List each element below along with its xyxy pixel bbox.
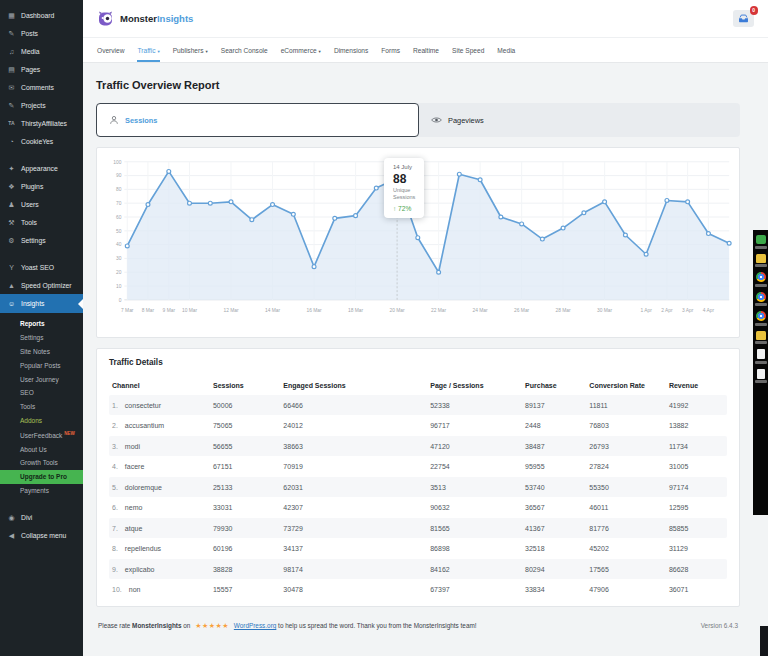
- sidebar-subitem-site-notes[interactable]: Site Notes: [0, 345, 83, 359]
- value-cell: 27824: [589, 463, 669, 470]
- plugins-icon: ❖: [7, 183, 16, 190]
- dashboard-icon: ▦: [7, 12, 16, 19]
- svg-text:10 Mar: 10 Mar: [182, 308, 198, 313]
- comments-icon: ✉: [7, 84, 16, 91]
- sidebar-subitem-about-us[interactable]: About Us: [0, 442, 83, 456]
- column-header-revenue: Revenue: [669, 382, 724, 389]
- sidebar-item-projects[interactable]: ✎Projects: [0, 96, 83, 114]
- table-row: 10.non155573047867397338344790636071: [109, 579, 727, 600]
- sidebar-item-plugins[interactable]: ❖Plugins: [0, 177, 83, 195]
- sidebar-subitem-settings[interactable]: Settings: [0, 331, 83, 345]
- rate-us-text: Please rate MonsterInsights on ★★★★★ Wor…: [98, 622, 477, 630]
- sidebar-subitem-tools[interactable]: Tools: [0, 400, 83, 414]
- desktop-icon-label: [755, 284, 767, 287]
- sidebar-item-yoast-seo[interactable]: YYoast SEO: [0, 258, 83, 276]
- person-icon: [109, 115, 119, 125]
- table-row: 2.accusantium750652401296717244876803138…: [109, 415, 727, 436]
- desktop-icon-chrome[interactable]: [755, 272, 767, 287]
- sidebar-item-tools[interactable]: ⚒Tools: [0, 213, 83, 231]
- desktop-icon-app[interactable]: [755, 235, 767, 249]
- desktop-icon-chrome[interactable]: [755, 292, 767, 307]
- sidebar-subitem-addons[interactable]: Addons: [0, 413, 83, 427]
- tab-forms[interactable]: Forms: [381, 38, 400, 62]
- tab-publishers[interactable]: Publishers▾: [173, 38, 208, 62]
- value-cell: 97174: [669, 484, 724, 491]
- file-icon: [757, 349, 765, 359]
- pageviews-tab[interactable]: Pageviews: [419, 103, 740, 137]
- sidebar-item-thirstyaffiliates[interactable]: TAThirstyAffiliates: [0, 114, 83, 132]
- page-title: Traffic Overview Report: [96, 79, 740, 91]
- value-cell: 13882: [669, 422, 724, 429]
- desktop-icon-folder[interactable]: [755, 331, 767, 345]
- desktop-icon-file[interactable]: [755, 369, 767, 384]
- sidebar-item-comments[interactable]: ✉Comments: [0, 78, 83, 96]
- sidebar-item-pages[interactable]: ▤Pages: [0, 60, 83, 78]
- sidebar-subitem-seo[interactable]: SEO: [0, 386, 83, 400]
- sidebar-item-settings[interactable]: ⚙Settings: [0, 231, 83, 249]
- sidebar-subitem-userfeedback[interactable]: UserFeedbackNEW: [0, 427, 83, 442]
- screen: ▦Dashboard✎Posts♫Media▤Pages✉Comments✎Pr…: [0, 0, 768, 656]
- svg-text:22 Mar: 22 Mar: [431, 308, 447, 313]
- appearance-icon: ✦: [7, 165, 16, 172]
- sidebar-subitem-reports[interactable]: Reports: [0, 317, 83, 331]
- sidebar-item-posts[interactable]: ✎Posts: [0, 24, 83, 42]
- sidebar-item-users[interactable]: ♟Users: [0, 195, 83, 213]
- tooltip-label: Unique Sessions: [393, 187, 415, 201]
- value-cell: 42307: [283, 504, 430, 511]
- sidebar-item-label: Speed Optimizer: [21, 282, 72, 289]
- sidebar-subitem-growth-tools[interactable]: Growth Tools: [0, 456, 83, 470]
- tab-traffic[interactable]: Traffic▾: [137, 38, 159, 62]
- table-row: 7.atque799307372981565413678177685855: [109, 518, 727, 539]
- column-header-conversion-rate: Conversion Rate: [589, 382, 669, 389]
- sidebar-item-appearance[interactable]: ✦Appearance: [0, 159, 83, 177]
- chevron-down-icon: ▾: [319, 48, 321, 53]
- tab-search-console[interactable]: Search Console: [221, 38, 268, 62]
- value-cell: 81776: [589, 525, 669, 532]
- table-row: 3.modi566553866347120384872679311734: [109, 436, 727, 457]
- pages-icon: ▤: [7, 66, 16, 73]
- svg-text:4 Apr: 4 Apr: [703, 308, 715, 313]
- desktop-icon-label: [755, 246, 767, 249]
- tab-media[interactable]: Media: [497, 38, 515, 62]
- tab-dimensions[interactable]: Dimensions: [334, 38, 368, 62]
- sidebar-subitem-upgrade-to-pro[interactable]: Upgrade to Pro: [0, 470, 83, 484]
- tab-realtime[interactable]: Realtime: [413, 38, 439, 62]
- footer-brand: MonsterInsights: [132, 622, 181, 629]
- tooltip-value: 88: [393, 172, 415, 186]
- chrome-icon: [756, 311, 766, 321]
- notifications-button[interactable]: 0: [733, 10, 754, 27]
- svg-text:100: 100: [113, 160, 121, 165]
- desktop-icon-file[interactable]: [755, 349, 767, 364]
- sidebar-item-divi[interactable]: ◉Divi: [0, 508, 83, 526]
- channel-cell: 7.atque: [112, 525, 213, 532]
- sidebar-item-media[interactable]: ♫Media: [0, 42, 83, 60]
- new-badge: NEW: [64, 431, 75, 436]
- desktop-icon-folder[interactable]: [755, 254, 767, 268]
- traffic-details-card: Traffic Details ChannelSessionsEngaged S…: [96, 348, 740, 607]
- desktop-icon-chrome[interactable]: [755, 311, 767, 326]
- traffic-details-table: ChannelSessionsEngaged SessionsPage / Se…: [109, 376, 727, 600]
- sidebar-item-speed-optimizer[interactable]: ▲Speed Optimizer: [0, 276, 83, 294]
- value-cell: 11811: [589, 402, 669, 409]
- tab-overview[interactable]: Overview: [97, 38, 124, 62]
- sidebar-subitem-payments[interactable]: Payments: [0, 484, 83, 498]
- value-cell: 52338: [430, 402, 525, 409]
- value-cell: 11734: [669, 443, 724, 450]
- sidebar-item-label: Posts: [21, 30, 38, 37]
- sidebar-item-dashboard[interactable]: ▦Dashboard: [0, 6, 83, 24]
- sidebar-item-collapse-menu[interactable]: ◀Collapse menu: [0, 526, 83, 544]
- tab-ecommerce[interactable]: eCommerce▾: [281, 38, 321, 62]
- tab-site-speed[interactable]: Site Speed: [452, 38, 484, 62]
- wordpress-org-link[interactable]: WordPress.org: [234, 622, 277, 629]
- sidebar-item-label: Pages: [21, 66, 40, 73]
- sidebar-item-label: ThirstyAffiliates: [21, 120, 67, 127]
- svg-text:24 Mar: 24 Mar: [473, 308, 489, 313]
- sidebar-subitem-popular-posts[interactable]: Popular Posts: [0, 358, 83, 372]
- channel-cell: 5.doloremque: [112, 484, 213, 491]
- value-cell: 98174: [283, 566, 430, 573]
- sidebar-item-cookieyes[interactable]: ◔CookieYes: [0, 132, 83, 150]
- sidebar-item-insights[interactable]: ☺ Insights: [0, 294, 83, 313]
- sessions-tab[interactable]: Sessions: [96, 103, 419, 137]
- value-cell: 22754: [430, 463, 525, 470]
- sidebar-subitem-user-journey[interactable]: User Journey: [0, 372, 83, 386]
